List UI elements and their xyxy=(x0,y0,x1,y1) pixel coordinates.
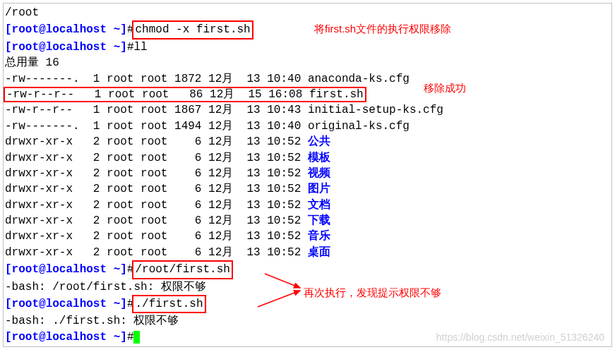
list-item: drwxr-xr-x 2 root root 6 12月 13 10:52 模板 xyxy=(5,150,610,166)
ll-line[interactable]: [root@localhost ~]#ll xyxy=(5,40,610,55)
list-item: -rw-------. 1 root root 1872 12月 13 10:4… xyxy=(5,71,610,87)
chmod-command-box: chmod -x first.sh xyxy=(132,20,253,39)
total-line: 总用量 16 xyxy=(5,55,610,71)
list-item: drwxr-xr-x 2 root root 6 12月 13 10:52 图片 xyxy=(5,181,610,197)
list-item: drwxr-xr-x 2 root root 6 12月 13 10:52 音乐 xyxy=(5,229,610,244)
list-item: -rw-r--r-- 1 root root 1867 12月 13 10:43… xyxy=(5,102,610,118)
list-item: drwxr-xr-x 2 root root 6 12月 13 10:52 公共 xyxy=(5,134,610,150)
watermark: https://blog.csdn.net/weixin_51326240 xyxy=(436,331,604,345)
exec2-command-box: ./first.sh xyxy=(132,295,205,313)
list-item: -rw-r--r-- 1 root root 86 12月 15 16:08 f… xyxy=(5,87,610,102)
exec1-command-box: /root/first.sh xyxy=(132,260,232,279)
chmod-line[interactable]: [root@localhost ~]#chmod -x first.sh xyxy=(5,20,610,39)
list-item: drwxr-xr-x 2 root root 6 12月 13 10:52 视频 xyxy=(5,166,610,181)
list-item: drwxr-xr-x 2 root root 6 12月 13 10:52 文档 xyxy=(5,198,610,213)
cursor-icon xyxy=(133,331,140,344)
list-item: -rw-------. 1 root root 1494 12月 13 10:4… xyxy=(5,119,610,134)
list-item: drwxr-xr-x 2 root root 6 12月 13 10:52 下载 xyxy=(5,213,610,229)
annotation-retry: 再次执行，发现提示权限不够 xyxy=(304,285,441,300)
error2-line: -bash: ./first.sh: 权限不够 xyxy=(5,313,610,329)
exec1-line[interactable]: [root@localhost ~]#/root/first.sh xyxy=(5,260,610,279)
truncated-line: /root xyxy=(5,5,610,20)
annotation-chmod: 将first.sh文件的执行权限移除 xyxy=(314,21,451,36)
list-item: drwxr-xr-x 2 root root 6 12月 13 10:52 桌面 xyxy=(5,245,610,260)
file-list: -rw-------. 1 root root 1872 12月 13 10:4… xyxy=(5,71,610,261)
annotation-removed: 移除成功 xyxy=(424,80,466,95)
